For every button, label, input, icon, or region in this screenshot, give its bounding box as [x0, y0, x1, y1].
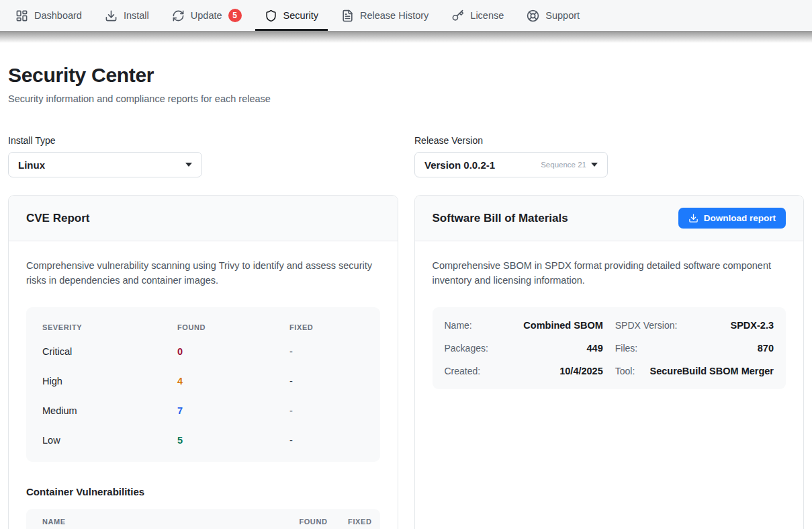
sbom-detail-label: Tool:: [615, 366, 635, 376]
install-type-label: Install Type: [8, 135, 202, 146]
nav-item-label: License: [470, 10, 504, 21]
nav-item-update[interactable]: Update5: [163, 0, 251, 31]
refresh-icon: [172, 9, 185, 22]
severity-header-fixed: FIXED: [289, 323, 380, 331]
severity-fixed-count: -: [289, 376, 380, 386]
release-version-value: Version 0.0.2-1: [424, 159, 495, 171]
severity-fixed-count: -: [289, 405, 380, 416]
nav-item-security[interactable]: Security: [255, 0, 328, 31]
severity-table: SEVERITYFOUNDFIXEDCritical0-High4-Medium…: [26, 307, 380, 462]
severity-name: Medium: [42, 405, 177, 416]
shield-icon: [265, 9, 277, 22]
sbom-detail-packages: Packages:449: [445, 337, 603, 360]
container-col-found: FOUND: [286, 518, 328, 526]
sbom-description: Comprehensive SBOM in SPDX format provid…: [433, 259, 786, 288]
sbom-detail-label: Name:: [445, 320, 472, 331]
sbom-card-body: Comprehensive SBOM in SPDX format provid…: [415, 241, 804, 407]
sbom-detail-label: Files:: [615, 343, 637, 354]
nav-item-label: Support: [545, 10, 580, 21]
sbom-detail-value: 10/4/2025: [559, 366, 603, 376]
sbom-card-header: Software Bill of Materials Download repo…: [415, 196, 804, 241]
sbom-detail-files: Files:870: [615, 337, 774, 360]
sbom-detail-label: Created:: [445, 366, 481, 376]
severity-row-low: Low5-: [26, 425, 380, 455]
severity-header-severity: SEVERITY: [42, 323, 177, 331]
cards-row: CVE Report Comprehensive vulnerability s…: [8, 195, 804, 529]
cve-card-title: CVE Report: [26, 212, 89, 225]
release-version-label: Release Version: [414, 135, 608, 146]
download-icon: [688, 213, 698, 223]
filters-row: Install Type Linux Release Version Versi…: [8, 135, 804, 177]
severity-header-found: FOUND: [177, 323, 289, 331]
life-buoy-icon: [527, 9, 539, 22]
severity-name: Critical: [42, 346, 177, 357]
install-type-value: Linux: [18, 159, 45, 171]
download-report-button[interactable]: Download report: [678, 208, 786, 229]
nav-item-label: Install: [124, 10, 149, 21]
cve-description: Comprehensive vulnerability scanning usi…: [26, 259, 380, 288]
sbom-detail-label: Packages:: [445, 343, 488, 354]
severity-found-count: 4: [177, 376, 289, 386]
cve-card-header: CVE Report: [9, 196, 398, 241]
nav-item-dashboard[interactable]: Dashboard: [6, 0, 91, 31]
key-icon: [451, 9, 464, 22]
page-subtitle: Security information and compliance repo…: [8, 93, 804, 104]
release-version-select[interactable]: Version 0.0.2-1 Sequence 21: [414, 152, 608, 177]
sbom-detail-spdx-version: SPDX Version:SPDX-2.3: [615, 314, 774, 337]
chevron-down-icon: [591, 163, 598, 167]
severity-row-medium: Medium7-: [26, 396, 380, 425]
cve-report-card: CVE Report Comprehensive vulnerability s…: [8, 195, 398, 529]
severity-row-critical: Critical0-: [26, 337, 380, 366]
chevron-down-icon: [185, 163, 192, 167]
sbom-details-grid: Name:Combined SBOMSPDX Version:SPDX-2.3P…: [433, 307, 786, 389]
severity-found-count: 0: [177, 346, 289, 357]
severity-name: High: [42, 376, 177, 386]
dashboard-grid-icon: [15, 9, 28, 22]
sbom-detail-created: Created:10/4/2025: [445, 360, 603, 382]
nav-item-release-history[interactable]: Release History: [332, 0, 438, 31]
download-report-label: Download report: [704, 213, 776, 223]
release-sequence-label: Sequence 21: [541, 161, 586, 169]
severity-table-header: SEVERITYFOUNDFIXED: [26, 313, 380, 337]
nav-item-license[interactable]: License: [442, 0, 513, 31]
sbom-detail-value: 449: [587, 343, 603, 354]
sbom-detail-value: SPDX-2.3: [731, 320, 774, 331]
page-title: Security Center: [8, 64, 804, 87]
install-type-filter: Install Type Linux: [8, 135, 202, 177]
severity-found-count: 7: [177, 405, 289, 416]
nav-item-install[interactable]: Install: [95, 0, 159, 31]
severity-name: Low: [42, 435, 177, 446]
nav-item-label: Dashboard: [34, 10, 82, 21]
install-type-select[interactable]: Linux: [8, 152, 202, 177]
container-vulnerabilities-header: NAME FOUND FIXED: [26, 509, 380, 529]
sbom-card-title: Software Bill of Materials: [433, 212, 568, 225]
sbom-card: Software Bill of Materials Download repo…: [414, 195, 805, 529]
severity-fixed-count: -: [289, 435, 380, 446]
nav-item-label: Release History: [360, 10, 428, 21]
sbom-detail-tool: Tool:SecureBuild SBOM Merger: [615, 360, 774, 382]
download-icon: [105, 9, 118, 22]
container-vulnerabilities-title: Container Vulnerabilities: [26, 486, 380, 497]
severity-fixed-count: -: [289, 346, 380, 357]
nav-scroll-shadow: [0, 31, 812, 43]
update-count-badge: 5: [228, 9, 242, 22]
severity-row-high: High4-: [26, 366, 380, 396]
severity-found-count: 5: [177, 435, 289, 446]
sbom-detail-name: Name:Combined SBOM: [445, 314, 603, 337]
release-version-filter: Release Version Version 0.0.2-1 Sequence…: [414, 135, 608, 177]
cve-card-body: Comprehensive vulnerability scanning usi…: [9, 241, 398, 529]
sbom-detail-label: SPDX Version:: [615, 320, 678, 331]
main-content: Security Center Security information and…: [0, 64, 812, 529]
sbom-detail-value: SecureBuild SBOM Merger: [649, 366, 774, 376]
sbom-detail-value: 870: [758, 343, 774, 354]
sbom-detail-value: Combined SBOM: [523, 320, 602, 331]
container-col-name: NAME: [42, 518, 286, 526]
file-text-icon: [341, 9, 354, 22]
nav-item-support[interactable]: Support: [517, 0, 589, 31]
top-navigation: DashboardInstallUpdate5SecurityRelease H…: [0, 0, 812, 31]
nav-item-label: Update: [191, 10, 222, 21]
container-col-fixed: FIXED: [328, 518, 372, 526]
nav-item-label: Security: [283, 10, 318, 21]
